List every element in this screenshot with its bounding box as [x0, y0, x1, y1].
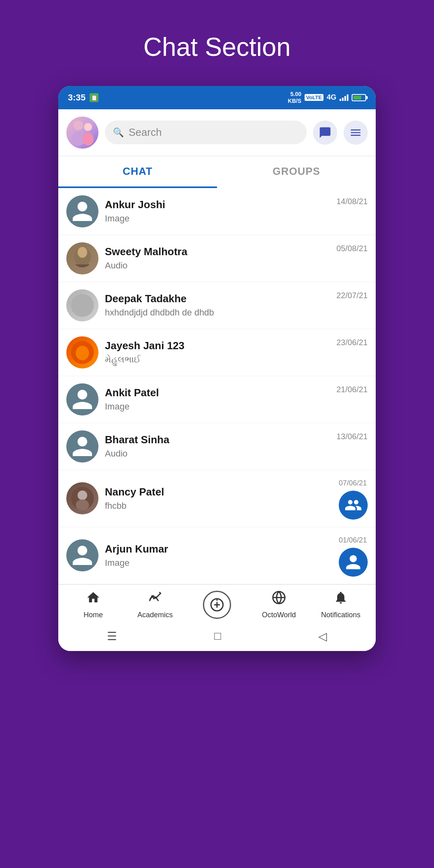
svg-point-8 [76, 346, 89, 360]
contact-fab-button[interactable] [339, 548, 368, 577]
battery-icon [352, 94, 366, 101]
chat-avatar [66, 539, 98, 571]
notifications-icon [334, 590, 348, 608]
chat-avatar [66, 336, 98, 368]
svg-point-5 [78, 247, 87, 258]
chat-avatar [66, 430, 98, 463]
search-bar[interactable]: 🔍 Search [105, 121, 307, 144]
nav-octoworld[interactable]: OctoWorld [248, 590, 310, 619]
nav-academics[interactable]: Academics [124, 590, 186, 619]
search-icon: 🔍 [113, 127, 124, 138]
add-icon[interactable] [203, 591, 231, 619]
chat-item[interactable]: Ankit Patel Image 21/06/21 [58, 376, 376, 423]
chat-info: Ankur Joshi Image [105, 199, 330, 224]
chat-list: Ankur Joshi Image 14/08/21 Sweety Malhot… [58, 188, 376, 584]
chat-item[interactable]: Jayesh Jani 123 મેહુલભાઈ 23/06/21 [58, 329, 376, 376]
academics-icon [148, 590, 162, 608]
chat-info: Deepak Tadakhe hxhdndjdjd dhdbdh de dhdb [105, 293, 330, 318]
page-title: Chat Section [143, 32, 291, 62]
menu-icon-button[interactable] [344, 121, 368, 145]
phone-frame: 3:35 📋 5.00 KB/S VoLTE 4G [58, 86, 376, 651]
svg-point-2 [84, 123, 92, 131]
chat-avatar [66, 195, 98, 227]
status-right: 5.00 KB/S VoLTE 4G [288, 91, 366, 104]
bottom-nav: Home Academics [58, 584, 376, 623]
chat-avatar [66, 482, 98, 514]
tab-chat[interactable]: CHAT [58, 156, 217, 188]
user-avatar[interactable] [66, 117, 98, 149]
chat-item[interactable]: Sweety Malhotra Audio 05/08/21 [58, 235, 376, 282]
volte-badge: VoLTE [305, 94, 323, 101]
chat-info: Arjun Kumar Image [105, 543, 332, 568]
android-back-button[interactable]: ◁ [318, 630, 327, 643]
android-nav-bar: ☰ □ ◁ [58, 623, 376, 651]
chat-info: Sweety Malhotra Audio [105, 246, 330, 271]
tab-bar: CHAT GROUPS [58, 156, 376, 188]
nav-add[interactable] [186, 591, 248, 619]
status-bar: 3:35 📋 5.00 KB/S VoLTE 4G [58, 86, 376, 109]
svg-point-11 [76, 500, 89, 510]
network-type: 4G [327, 93, 336, 102]
octoworld-icon [272, 590, 286, 608]
home-icon [86, 590, 100, 608]
app-header: 🔍 Search [58, 109, 376, 156]
signal-bars [340, 94, 348, 101]
chat-item[interactable]: Bharat Sinha Audio 13/06/21 [58, 423, 376, 470]
status-time: 3:35 [68, 92, 86, 103]
data-speed: 5.00 KB/S [288, 91, 301, 104]
chat-info: Ankit Patel Image [105, 387, 330, 412]
svg-point-3 [82, 133, 94, 145]
chat-info: Nancy Patel fhcbb [105, 486, 332, 511]
chat-item[interactable]: Deepak Tadakhe hxhdndjdjd dhdbdh de dhdb… [58, 282, 376, 329]
svg-point-10 [78, 491, 87, 500]
chat-avatar [66, 242, 98, 274]
nav-notifications[interactable]: Notifications [310, 590, 372, 619]
chat-item[interactable]: Ankur Joshi Image 14/08/21 [58, 188, 376, 235]
chat-info: Jayesh Jani 123 મેહુલભાઈ [105, 340, 330, 365]
android-home-button[interactable]: □ [214, 630, 221, 643]
nav-home[interactable]: Home [62, 590, 124, 619]
chat-avatar [66, 289, 98, 321]
svg-point-6 [71, 294, 94, 317]
chat-avatar [66, 383, 98, 416]
chat-item[interactable]: Arjun Kumar Image 01/06/21 [58, 527, 376, 584]
status-icon: 📋 [90, 93, 98, 102]
android-menu-button[interactable]: ☰ [107, 630, 117, 643]
chat-item[interactable]: Nancy Patel fhcbb 07/06/21 [58, 470, 376, 527]
svg-point-0 [74, 121, 83, 130]
status-left: 3:35 📋 [68, 92, 98, 103]
search-placeholder: Search [129, 126, 162, 139]
chat-icon-button[interactable] [313, 121, 337, 145]
avatar-img [66, 117, 98, 149]
chat-info: Bharat Sinha Audio [105, 434, 330, 459]
tab-groups[interactable]: GROUPS [217, 156, 376, 188]
group-fab-button[interactable] [339, 491, 368, 520]
